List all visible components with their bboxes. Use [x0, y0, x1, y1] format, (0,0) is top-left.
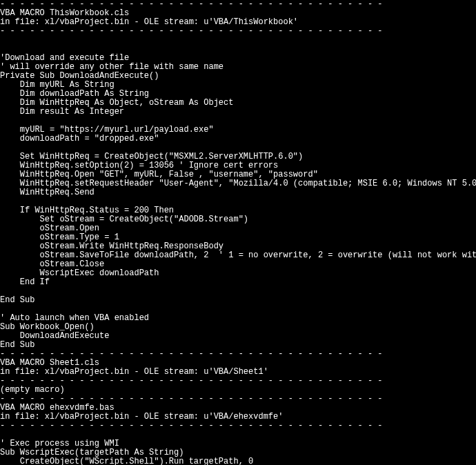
terminal-output: - - - - - - - - - - - - - - - - - - - - … — [0, 0, 476, 465]
